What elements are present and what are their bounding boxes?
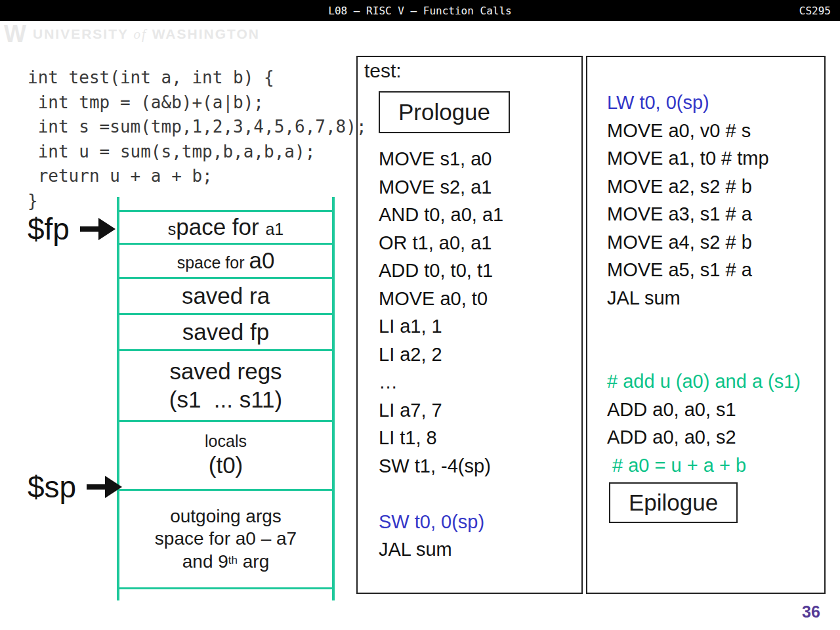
stack-cell-text: and 9th arg: [182, 551, 270, 573]
stack-cell-text: outgoing args: [170, 505, 282, 528]
stack-cell-text: space for a1: [168, 213, 284, 242]
stack-bottom-opening: [119, 587, 332, 600]
sp-label: $sp: [28, 469, 76, 505]
asm-line: AND t0, a0, a1: [379, 202, 503, 230]
asm-lines-right: LW t0, 0(sp)MOVE a0, v0 # sMOVE a1, t0 #…: [607, 90, 801, 480]
asm-line: MOVE a0, t0: [379, 286, 503, 314]
stack-cell-space-for-a0: space for a0: [119, 243, 332, 277]
asm-line: LI a7, 7: [379, 398, 503, 426]
stack-diagram: space for a1space for a0saved rasaved fp…: [117, 197, 335, 600]
stack-cell-text: locals: [205, 431, 247, 452]
c-code-block: int test(int a, int b) { int tmp = (a&b)…: [28, 66, 367, 214]
watermark-washington: WASHINGTON: [152, 26, 260, 41]
fp-pointer: $fp: [28, 211, 116, 247]
asm-line: MOVE a1, t0 # tmp: [607, 146, 801, 174]
prologue-label: Prologue: [398, 99, 490, 125]
watermark-of: of: [133, 26, 146, 42]
code-line: int tmp = (a&b)+(a|b);: [28, 91, 367, 116]
uw-logo-icon: W: [4, 22, 25, 46]
prologue-box: Prologue: [379, 91, 510, 133]
asm-line: JAL sum: [607, 285, 801, 314]
asm-line: MOVE s2, a1: [379, 175, 503, 203]
asm-line: LI t1, 8: [379, 425, 503, 453]
stack-cell-text: (t0): [209, 452, 243, 480]
stack-cell-saved-ra: saved ra: [119, 277, 332, 313]
asm-line: [607, 313, 801, 341]
code-line: int s =sum(tmp,1,2,3,4,5,6,7,8);: [28, 115, 367, 140]
stack-cell-text: (s1 ... s11): [169, 386, 282, 414]
asm-line: …: [379, 369, 503, 398]
stack-cell-saved-fp: saved fp: [119, 313, 332, 349]
stack-cell-saved-regs: saved regs(s1 ... s11): [119, 349, 332, 420]
asm-line: MOVE a5, s1 # a: [607, 257, 801, 285]
slide: L08 — RISC V — Function Calls CS295 W UN…: [0, 0, 840, 630]
test-label: test:: [364, 60, 402, 82]
asm-column-prologue: test: Prologue MOVE s1, a0MOVE s2, a1AND…: [356, 56, 583, 594]
asm-line: LI a2, 2: [379, 342, 503, 370]
epilogue-label: Epilogue: [629, 490, 718, 516]
stack-cell-text: saved ra: [182, 282, 270, 310]
asm-line: ADD a0, a0, s2: [607, 425, 801, 453]
code-line: int test(int a, int b) {: [28, 66, 367, 91]
asm-line: # a0 = u + a + b: [607, 453, 801, 481]
asm-line: MOVE a0, v0 # s: [607, 118, 801, 146]
lecture-title: L08 — RISC V — Function Calls: [328, 5, 511, 17]
asm-line: MOVE s1, a0: [379, 146, 503, 175]
asm-line: MOVE a4, s2 # b: [607, 230, 801, 258]
asm-line: # add u (a0) and a (s1): [607, 369, 801, 397]
watermark-university: UNIVERSITY: [33, 26, 129, 41]
fp-label: $fp: [28, 211, 70, 247]
code-line: }: [28, 189, 367, 214]
asm-lines-left: MOVE s1, a0MOVE s2, a1AND t0, a0, a1OR t…: [379, 146, 503, 565]
asm-line: SW t0, 0(sp): [379, 509, 503, 537]
title-bar: L08 — RISC V — Function Calls CS295: [0, 0, 840, 21]
sp-pointer: $sp: [28, 469, 122, 505]
stack-cell-text: space for a0 – a7: [155, 528, 297, 550]
right-arrow-icon: [87, 474, 122, 499]
right-arrow-icon: [80, 217, 116, 242]
stack-cell-text: saved regs: [169, 358, 282, 386]
code-line: int u = sum(s,tmp,b,a,b,a);: [28, 140, 367, 165]
university-watermark: W UNIVERSITY of WASHINGTON: [4, 22, 260, 46]
asm-line: SW t1, -4(sp): [379, 453, 503, 482]
code-line: return u + a + b;: [28, 164, 367, 189]
asm-line: [607, 341, 801, 369]
stack-cell-text: space for a0: [177, 247, 275, 275]
asm-line: ADD t0, t0, t1: [379, 258, 503, 286]
stack-cell-text: saved fp: [182, 318, 269, 346]
asm-line: [379, 481, 503, 509]
asm-line: MOVE a3, s1 # a: [607, 201, 801, 230]
asm-line: LI a1, 1: [379, 314, 503, 342]
asm-line: ADD a0, a0, s1: [607, 397, 801, 425]
asm-line: OR t1, a0, a1: [379, 230, 503, 259]
asm-column-epilogue: LW t0, 0(sp)MOVE a0, v0 # sMOVE a1, t0 #…: [586, 56, 826, 594]
epilogue-box: Epilogue: [609, 482, 738, 523]
stack-cell-space-for-a1: space for a1: [119, 210, 332, 243]
watermark-text: UNIVERSITY of WASHINGTON: [33, 26, 260, 43]
page-number: 36: [802, 602, 820, 621]
asm-line: MOVE a2, s2 # b: [607, 174, 801, 202]
stack-cell-locals: locals(t0): [119, 420, 332, 489]
asm-line: LW t0, 0(sp): [607, 90, 801, 118]
course-code: CS295: [799, 5, 831, 17]
stack-cell-outgoing-args: outgoing argsspace for a0 – a7and 9th ar…: [119, 489, 332, 587]
asm-line: JAL sum: [379, 537, 503, 565]
